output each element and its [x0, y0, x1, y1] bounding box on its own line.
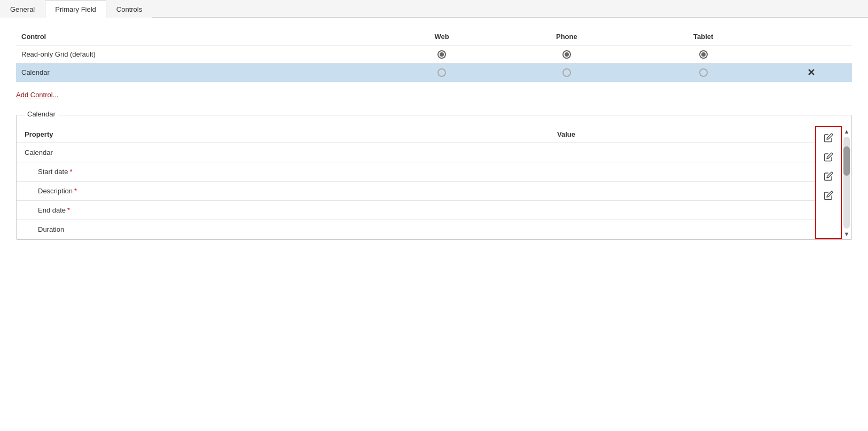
- tablet-radio-readonly[interactable]: [699, 50, 708, 59]
- col-header-tablet: Tablet: [636, 28, 770, 45]
- tab-controls[interactable]: Controls: [106, 1, 152, 18]
- calendar-section-title: Calendar: [25, 110, 58, 118]
- prop-label-description: Description*: [17, 181, 549, 200]
- tab-general[interactable]: General: [0, 1, 45, 18]
- prop-value-duration: [549, 220, 815, 239]
- edit-startdate-button[interactable]: [819, 128, 838, 147]
- table-row: Calendar ✕: [16, 63, 852, 82]
- remove-cell[interactable]: ✕: [770, 63, 852, 82]
- property-group-row: Calendar: [17, 143, 815, 162]
- tablet-radio-calendar[interactable]: [699, 68, 708, 77]
- property-row-duration: Duration: [17, 220, 815, 239]
- properties-table: Property Value Calendar St: [17, 126, 815, 239]
- table-row: Read-only Grid (default): [16, 45, 852, 64]
- edit-description-button[interactable]: [819, 147, 838, 167]
- tablet-radio-cell-cal[interactable]: [636, 63, 770, 82]
- prop-value-description: [549, 181, 815, 200]
- web-radio-readonly[interactable]: [437, 50, 446, 59]
- scroll-up-arrow[interactable]: ▲: [844, 128, 850, 135]
- calendar-section: Calendar Property Value Calendar: [16, 115, 852, 240]
- scroll-track: [843, 137, 850, 229]
- prop-value-startdate: [549, 162, 815, 181]
- tablet-radio-cell[interactable]: [636, 45, 770, 64]
- phone-radio-cell-cal[interactable]: [497, 63, 636, 82]
- property-row-description: Description*: [17, 181, 815, 200]
- prop-label-startdate: Start date*: [17, 162, 549, 181]
- scroll-down-arrow[interactable]: ▼: [844, 231, 850, 237]
- scrollbar: ▲ ▼: [842, 126, 851, 239]
- control-name-calendar: Calendar: [16, 63, 387, 82]
- tab-bar: General Primary Field Controls: [0, 0, 868, 18]
- prop-header-value: Value: [549, 126, 815, 143]
- col-header-web: Web: [387, 28, 497, 45]
- required-asterisk: *: [69, 168, 72, 176]
- required-asterisk: *: [74, 187, 77, 195]
- properties-table-wrap: Property Value Calendar St: [17, 115, 815, 239]
- web-radio-cell-cal[interactable]: [387, 63, 497, 82]
- controls-table: Control Web Phone Tablet Read-only Grid …: [16, 28, 852, 82]
- property-row-startdate: Start date*: [17, 162, 815, 181]
- add-control-link[interactable]: Add Control...: [16, 91, 59, 99]
- prop-header-property: Property: [17, 126, 549, 143]
- prop-label-enddate: End date*: [17, 200, 549, 220]
- web-radio-cell[interactable]: [387, 45, 497, 64]
- phone-radio-readonly[interactable]: [562, 50, 571, 59]
- prop-label-duration: Duration: [17, 220, 549, 239]
- col-header-actions: [770, 28, 852, 45]
- col-header-control: Control: [16, 28, 387, 45]
- property-row-enddate: End date*: [17, 200, 815, 220]
- actions-cell: [770, 45, 852, 64]
- phone-radio-calendar[interactable]: [562, 68, 571, 77]
- web-radio-calendar[interactable]: [437, 68, 446, 77]
- control-name: Read-only Grid (default): [16, 45, 387, 64]
- tab-primary-field[interactable]: Primary Field: [45, 1, 106, 18]
- required-asterisk: *: [67, 206, 70, 214]
- edit-icons-panel: [815, 126, 842, 239]
- remove-calendar-button[interactable]: ✕: [807, 67, 815, 78]
- col-header-phone: Phone: [497, 28, 636, 45]
- phone-radio-cell[interactable]: [497, 45, 636, 64]
- group-value: [549, 143, 815, 162]
- edit-enddate-button[interactable]: [819, 167, 838, 186]
- group-label: Calendar: [17, 143, 549, 162]
- edit-duration-button[interactable]: [819, 186, 838, 205]
- main-content: Control Web Phone Tablet Read-only Grid …: [0, 18, 868, 250]
- scroll-thumb[interactable]: [843, 146, 850, 176]
- prop-value-enddate: [549, 200, 815, 220]
